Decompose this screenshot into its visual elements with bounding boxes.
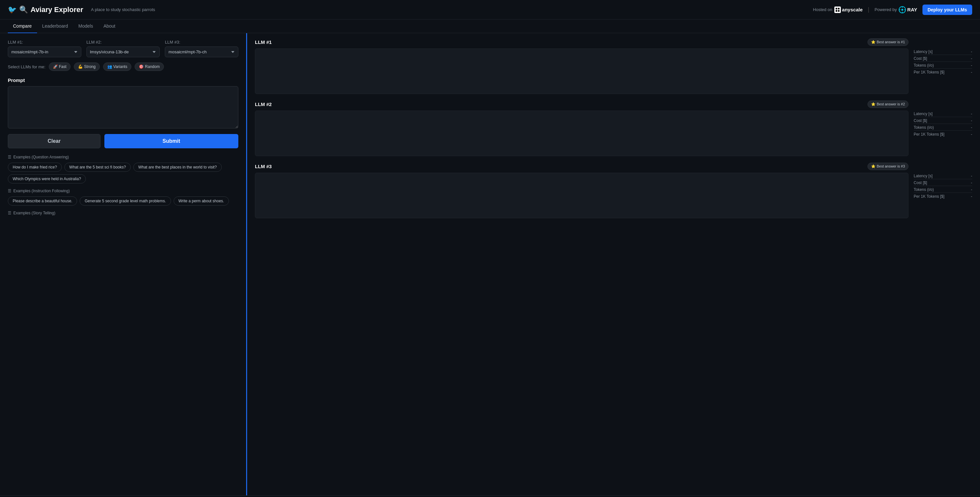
llm1-latency-row: Latency [s] -: [914, 49, 972, 55]
llm1-output-left: LLM #1 ⭐ Best answer is #1: [255, 38, 908, 94]
examples-qa-chips: How do I make fried rice? What are the 5…: [8, 162, 238, 183]
example-chip[interactable]: Write a perm about shoes.: [173, 196, 229, 205]
nav-tabs: Compare Leaderboard Models About: [0, 19, 980, 33]
llm3-label: LLM #3:: [165, 40, 238, 45]
llm1-output-block: LLM #1 ⭐ Best answer is #1 Latency [s] -…: [255, 38, 972, 94]
anyscale-text: anyscale: [842, 7, 862, 12]
tab-models[interactable]: Models: [73, 19, 98, 33]
example-chip[interactable]: How do I make fried rice?: [8, 162, 62, 172]
example-chip[interactable]: What are the 5 best sci fi books?: [64, 162, 131, 172]
llm2-select[interactable]: lmsys/vicuna-13b-de: [86, 46, 160, 57]
llm1-cost-label: Cost [$]: [914, 56, 927, 61]
prompt-label: Prompt: [8, 77, 238, 83]
examples-question-answering: ☰ Examples (Question Answering) How do I…: [8, 155, 238, 183]
llm2-cost-value: -: [971, 118, 972, 123]
powered-by-label: Powered by: [875, 7, 897, 12]
llm2-tokens-value: -: [971, 125, 972, 130]
llm2-selector-group: LLM #2: lmsys/vicuna-13b-de: [86, 40, 160, 57]
app-subtitle: A place to study stochastic parrots: [91, 7, 155, 12]
example-chip[interactable]: What are the best places in the world to…: [133, 162, 221, 172]
llm3-stats: Latency [s] - Cost [$] - Tokens (i/o) - …: [914, 162, 972, 199]
llm1-cost-row: Cost [$] -: [914, 56, 972, 62]
prompt-textarea[interactable]: [8, 86, 238, 129]
submit-button[interactable]: Submit: [104, 134, 238, 148]
examples-instruction-following: ☰ Examples (Instruction Following) Pleas…: [8, 189, 238, 205]
bird-icon: 🐦: [8, 6, 17, 14]
llm2-per1k-row: Per 1K Tokens [$] -: [914, 131, 972, 137]
left-panel: LLM #1: mosaicml/mpt-7b-in LLM #2: lmsys…: [0, 33, 247, 495]
example-chip[interactable]: Please describe a beautiful house.: [8, 196, 77, 205]
llm1-output-title: LLM #1: [255, 39, 272, 45]
llm3-tokens-label: Tokens (i/o): [914, 187, 934, 192]
tab-compare[interactable]: Compare: [8, 19, 37, 33]
llm1-output-area: [255, 48, 908, 94]
action-buttons: Clear Submit: [8, 134, 238, 148]
svg-rect-3: [838, 10, 840, 12]
llm-selectors-row: LLM #1: mosaicml/mpt-7b-in LLM #2: lmsys…: [8, 40, 238, 57]
preset-variants-button[interactable]: 👥 Variants: [103, 62, 131, 71]
deploy-button[interactable]: Deploy your LLMs: [923, 5, 972, 15]
header: 🐦 🔍 Aviary Explorer A place to study sto…: [0, 0, 980, 19]
llm3-best-badge: ⭐ Best answer is #3: [867, 162, 908, 170]
ray-text: RAY: [907, 7, 917, 12]
llm3-selector-group: LLM #3: mosaicml/mpt-7b-ch: [165, 40, 238, 57]
llm2-best-badge: ⭐ Best answer is #2: [867, 100, 908, 108]
llm3-output-title: LLM #3: [255, 164, 272, 169]
llm3-latency-value: -: [971, 174, 972, 178]
llm2-per1k-value: -: [971, 132, 972, 137]
llm1-per1k-label: Per 1K Tokens [$]: [914, 70, 945, 75]
tab-about[interactable]: About: [98, 19, 121, 33]
examples-st-label: Examples (Story Telling): [13, 211, 55, 215]
llm2-output-area: [255, 111, 908, 156]
tab-leaderboard[interactable]: Leaderboard: [37, 19, 73, 33]
llm2-tokens-label: Tokens (i/o): [914, 125, 934, 130]
llm3-per1k-row: Per 1K Tokens [$] -: [914, 194, 972, 199]
logo: 🐦 🔍 Aviary Explorer: [8, 6, 83, 14]
llm2-output-header: LLM #2 ⭐ Best answer is #2: [255, 100, 908, 108]
clear-button[interactable]: Clear: [8, 134, 100, 148]
preset-fast-button[interactable]: 🚀 Fast: [49, 62, 71, 71]
llm3-cost-row: Cost [$] -: [914, 180, 972, 186]
llm3-latency-row: Latency [s] -: [914, 173, 972, 179]
examples-if-header: ☰ Examples (Instruction Following): [8, 189, 238, 193]
llm3-output-header: LLM #3 ⭐ Best answer is #3: [255, 162, 908, 170]
llm1-stats: Latency [s] - Cost [$] - Tokens (i/o) - …: [914, 38, 972, 75]
divider: |: [868, 6, 869, 13]
llm1-tokens-value: -: [971, 63, 972, 68]
llm3-latency-label: Latency [s]: [914, 174, 932, 178]
llm3-select[interactable]: mosaicml/mpt-7b-ch: [165, 46, 238, 57]
preset-strong-button[interactable]: 💪 Strong: [74, 62, 100, 71]
llm2-output-left: LLM #2 ⭐ Best answer is #2: [255, 100, 908, 156]
examples-qa-header: ☰ Examples (Question Answering): [8, 155, 238, 159]
llm2-output-block: LLM #2 ⭐ Best answer is #2 Latency [s] -…: [255, 100, 972, 156]
llm3-tokens-value: -: [971, 187, 972, 192]
llm1-best-badge: ⭐ Best answer is #1: [867, 38, 908, 46]
examples-story-telling: ☰ Examples (Story Telling): [8, 211, 238, 215]
example-chip[interactable]: Generate 5 second grade level math probl…: [80, 196, 171, 205]
list-icon: ☰: [8, 189, 11, 193]
llm2-output-title: LLM #2: [255, 102, 272, 107]
examples-qa-label: Examples (Question Answering): [13, 155, 69, 159]
preset-random-button[interactable]: 🎯 Random: [135, 62, 164, 71]
llm1-tokens-label: Tokens (i/o): [914, 63, 934, 68]
llm2-latency-label: Latency [s]: [914, 112, 932, 116]
llm3-tokens-row: Tokens (i/o) -: [914, 187, 972, 193]
llm3-cost-value: -: [971, 180, 972, 185]
examples-st-header: ☰ Examples (Story Telling): [8, 211, 238, 215]
examples-if-label: Examples (Instruction Following): [13, 189, 70, 193]
llm1-latency-label: Latency [s]: [914, 49, 932, 54]
llm1-cost-value: -: [971, 56, 972, 61]
anyscale-icon: [834, 6, 841, 13]
llm1-select[interactable]: mosaicml/mpt-7b-in: [8, 46, 81, 57]
llm1-latency-value: -: [971, 49, 972, 54]
example-chip[interactable]: Which Olympics were held in Australia?: [8, 174, 86, 183]
llm1-selector-group: LLM #1: mosaicml/mpt-7b-in: [8, 40, 81, 57]
list-icon: ☰: [8, 211, 11, 215]
svg-rect-2: [836, 10, 837, 12]
llm1-per1k-value: -: [971, 70, 972, 75]
llm2-latency-row: Latency [s] -: [914, 111, 972, 117]
llm3-per1k-label: Per 1K Tokens [$]: [914, 194, 945, 199]
powered-by: Powered by RAY: [875, 6, 917, 13]
llm2-latency-value: -: [971, 112, 972, 116]
llm1-output-header: LLM #1 ⭐ Best answer is #1: [255, 38, 908, 46]
